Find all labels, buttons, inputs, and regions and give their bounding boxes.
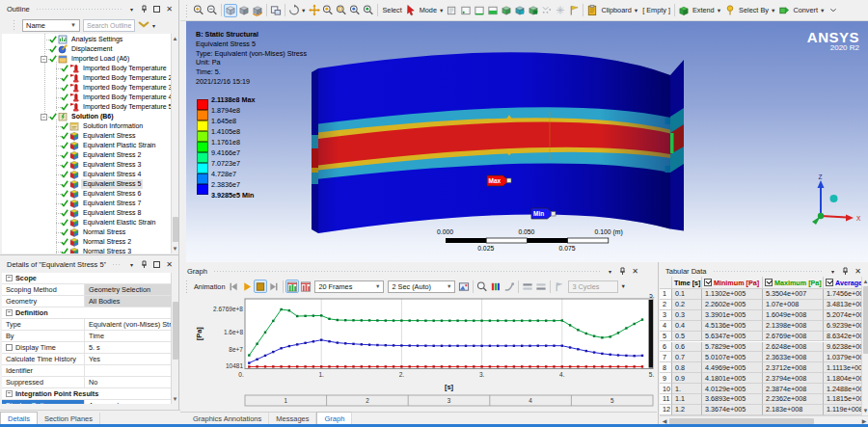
tree-item-label[interactable]: Solution (B6) bbox=[69, 112, 116, 121]
details-value[interactable]: Yes bbox=[85, 354, 171, 364]
dropdown-caret-icon[interactable]: ▼ bbox=[820, 8, 825, 13]
overflow-icon[interactable] bbox=[827, 4, 840, 17]
tree-item[interactable]: Equivalent Stress 5 bbox=[2, 179, 171, 189]
toolbar-label[interactable]: Mode bbox=[420, 6, 437, 14]
tree-item-label[interactable]: Equivalent Stress 4 bbox=[81, 170, 143, 179]
outline-close-icon[interactable]: ✕ bbox=[165, 5, 174, 13]
table-cell[interactable]: 7 bbox=[660, 352, 672, 362]
table-cell[interactable]: 1.6049e+008 bbox=[763, 310, 824, 321]
tree-item[interactable]: Imported Body Temperature 3 bbox=[2, 83, 171, 93]
details-maximize-icon[interactable] bbox=[152, 260, 161, 269]
select-new-icon[interactable] bbox=[446, 4, 459, 17]
play-icon[interactable] bbox=[240, 280, 254, 293]
table-cell[interactable]: 2.3874e+008 bbox=[763, 384, 824, 394]
table-header-rownum[interactable] bbox=[660, 277, 672, 289]
zoom-in-icon[interactable] bbox=[192, 4, 205, 17]
section-collapse-icon[interactable]: − bbox=[6, 275, 13, 281]
tree-item[interactable]: Normal Stress bbox=[2, 227, 171, 237]
table-cell[interactable]: 1.7456e+007 bbox=[824, 289, 861, 300]
convert-icon[interactable] bbox=[777, 4, 791, 17]
select-body-icon[interactable] bbox=[500, 4, 513, 17]
table-cell[interactable]: 2.3794e+008 bbox=[763, 373, 824, 384]
details-value[interactable] bbox=[85, 365, 171, 376]
table-cell[interactable]: 5 bbox=[660, 332, 672, 342]
tree-item[interactable]: Equivalent Stress 6 bbox=[2, 189, 171, 199]
details-row[interactable]: Display Option Averaged bbox=[2, 400, 171, 404]
graph-pin-icon[interactable] bbox=[618, 267, 627, 276]
dropdown-caret-icon[interactable]: ▼ bbox=[771, 8, 775, 13]
table-cell[interactable]: 0.6 bbox=[672, 342, 702, 353]
tree-item[interactable]: Displacement bbox=[2, 44, 171, 54]
display-time-checkbox[interactable] bbox=[6, 344, 13, 351]
tree-item-label[interactable]: Imported Body Temperature 5 bbox=[81, 102, 171, 112]
zoom-box-icon[interactable] bbox=[321, 4, 335, 17]
tree-item-label[interactable]: Equivalent Stress 3 bbox=[81, 160, 143, 170]
table-cell[interactable]: 0.7 bbox=[672, 352, 702, 362]
tree-item[interactable]: −Solution (B6) bbox=[2, 112, 171, 121]
table-cell[interactable]: 12 bbox=[660, 405, 672, 415]
tree-item-label[interactable]: Imported Body Temperature 2 bbox=[81, 73, 171, 83]
graphics-viewport[interactable]: B: Static StructuralEquivalent Stress 5T… bbox=[180, 21, 868, 262]
column-checkbox[interactable] bbox=[826, 279, 833, 286]
tree-item-label[interactable]: Equivalent Stress 7 bbox=[81, 199, 143, 208]
table-cell[interactable]: 2.3712e+008 bbox=[763, 362, 824, 373]
anim-overflow-caret[interactable]: ▼ bbox=[620, 283, 625, 289]
tree-item-label[interactable]: Equivalent Elastic Strain bbox=[81, 218, 157, 227]
select-vertex-icon[interactable] bbox=[459, 4, 473, 17]
column-checkbox[interactable] bbox=[704, 279, 712, 286]
outline-filter-type-select[interactable]: Name ▼ bbox=[22, 19, 80, 32]
table-cell[interactable]: 1.1815e+008 bbox=[824, 394, 861, 405]
details-value[interactable]: Time bbox=[85, 331, 171, 341]
zoom-out-icon[interactable] bbox=[205, 4, 219, 17]
graph-close-icon[interactable]: ✕ bbox=[631, 267, 639, 276]
view-isometric-icon[interactable] bbox=[224, 4, 237, 17]
tree-item-label[interactable]: Analysis Settings bbox=[69, 35, 124, 44]
outline-pin-icon[interactable] bbox=[140, 5, 149, 13]
tree-item[interactable]: Equivalent Stress 7 bbox=[2, 199, 171, 208]
tabular-titlebar[interactable]: Tabular Data ▾ ✕ bbox=[661, 264, 866, 278]
toolbar-label[interactable]: Extend bbox=[692, 6, 715, 14]
tree-item[interactable]: Equivalent Stress 4 bbox=[2, 170, 171, 179]
table-cell[interactable]: 1.1113e+008 bbox=[824, 362, 861, 373]
details-section-row[interactable]: −Scope bbox=[2, 273, 171, 284]
result-chart-red-icon[interactable] bbox=[299, 280, 312, 293]
table-cell[interactable]: 5.3504e+007 bbox=[763, 289, 824, 300]
view-shaded-icon[interactable] bbox=[237, 4, 251, 17]
details-menu-caret-icon[interactable]: ▾ bbox=[127, 260, 136, 269]
details-titlebar[interactable]: Details of "Equivalent Stress 5" ▾ ✕ bbox=[2, 257, 177, 271]
table-cell[interactable]: 2.3633e+008 bbox=[763, 352, 824, 362]
details-tab-section-planes[interactable]: Section Planes bbox=[38, 413, 100, 424]
table-cell[interactable]: 9 bbox=[660, 373, 672, 384]
row-display-alt-icon[interactable] bbox=[534, 280, 548, 293]
tree-item[interactable]: Normal Stress 2 bbox=[2, 237, 171, 247]
export-video-icon[interactable] bbox=[457, 280, 471, 293]
tree-item-label[interactable]: Imported Body Temperature 3 bbox=[81, 83, 171, 93]
view-rotate-icon[interactable] bbox=[251, 4, 264, 17]
details-tab-details[interactable]: Details bbox=[0, 412, 38, 424]
details-row[interactable]: Type Equivalent (von-Mises) Stress bbox=[2, 319, 171, 331]
column-checkbox[interactable] bbox=[765, 279, 773, 286]
select-face-icon[interactable] bbox=[486, 4, 500, 17]
details-value[interactable]: Averaged bbox=[85, 400, 171, 404]
snap-icon[interactable] bbox=[554, 4, 567, 17]
tabular-hscrollbar[interactable]: ◀ ▶ bbox=[660, 415, 868, 424]
toolbar-label[interactable]: Select By bbox=[739, 6, 769, 14]
tree-item-label[interactable]: Equivalent Stress bbox=[81, 131, 137, 141]
outline-scrollbar[interactable]: ▲ ▼ bbox=[171, 34, 178, 254]
table-cell[interactable]: 4.0129e+005 bbox=[702, 384, 763, 394]
table-cell[interactable]: 8 bbox=[660, 362, 672, 373]
zoom-all-icon[interactable] bbox=[348, 4, 362, 17]
stress-time-chart[interactable]: 104818e+71.6e+82.6769e+80.1.2.3.4.5.[Pa]… bbox=[180, 294, 657, 411]
dropdown-caret-icon[interactable]: ▼ bbox=[717, 8, 721, 13]
table-header-average-pa-[interactable]: Average [Pa] bbox=[824, 277, 861, 289]
dropdown-caret-icon[interactable]: ▼ bbox=[634, 8, 638, 13]
tree-item-label[interactable]: Equivalent Stress 2 bbox=[81, 150, 143, 160]
table-cell[interactable]: 6 bbox=[660, 342, 672, 353]
table-cell[interactable]: 2.1398e+008 bbox=[763, 321, 824, 332]
table-cell[interactable]: 2.2602e+005 bbox=[702, 300, 763, 310]
table-cell[interactable]: 4.5136e+005 bbox=[702, 321, 763, 332]
tree-item[interactable]: Equivalent Stress 3 bbox=[2, 160, 171, 170]
tree-item[interactable]: Equivalent Stress 8 bbox=[2, 208, 171, 218]
table-cell[interactable]: 0.2 bbox=[672, 300, 702, 310]
flag-icon[interactable] bbox=[567, 4, 581, 17]
